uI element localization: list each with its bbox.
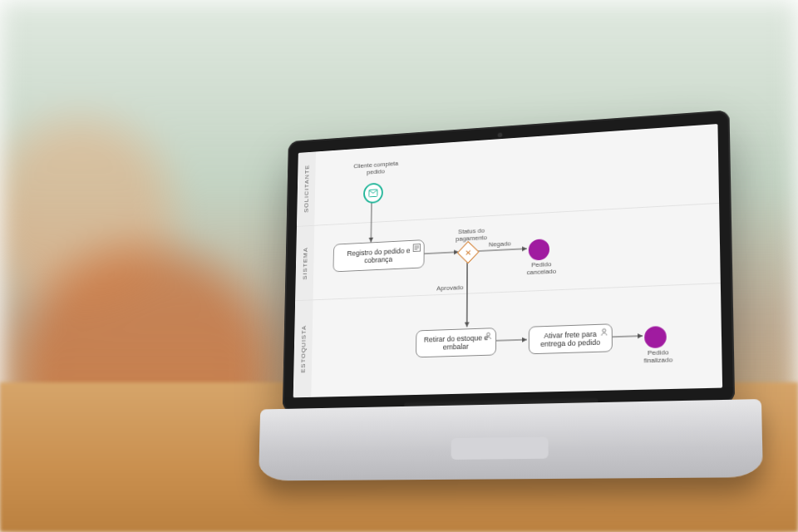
task-registro-label: Registro do pedido e cobrança: [338, 246, 419, 266]
svg-point-3: [603, 329, 606, 332]
task-retirar-embalar: Retirar do estoque e embalar: [416, 328, 496, 357]
lane-header-estoquista: ESTOQUISTA: [293, 300, 313, 397]
laptop-mockup: SOLICITANTE SISTEMA ESTOQUISTA: [281, 106, 790, 468]
user-task-icon: [600, 328, 608, 336]
svg-point-2: [487, 332, 490, 336]
task-ativar-label: Ativar frete para entrega do pedido: [534, 329, 607, 348]
task-registro-cobranca: Registro do pedido e cobrança: [332, 239, 424, 272]
laptop-bezel: SOLICITANTE SISTEMA ESTOQUISTA: [283, 110, 735, 411]
end-event-finalizado-label: Pedido finalizado: [633, 348, 684, 365]
flow-label-aprovado: Aprovado: [436, 283, 463, 292]
user-task-icon: [413, 244, 421, 252]
lane-header-solicitante: SOLICITANTE: [297, 151, 316, 226]
flow-label-negado: Negado: [489, 240, 511, 249]
laptop-keyboard: [259, 399, 763, 480]
task-ativar-frete: Ativar frete para entrega do pedido: [529, 323, 613, 354]
task-retirar-label: Retirar do estoque e embalar: [421, 333, 491, 352]
lane-header-sistema: SISTEMA: [295, 226, 314, 301]
laptop-screen: SOLICITANTE SISTEMA ESTOQUISTA: [293, 124, 722, 397]
user-task-icon: [485, 332, 493, 340]
bpmn-diagram: SOLICITANTE SISTEMA ESTOQUISTA: [293, 124, 722, 397]
end-event-cancelado-label: Pedido cancelado: [517, 260, 565, 277]
